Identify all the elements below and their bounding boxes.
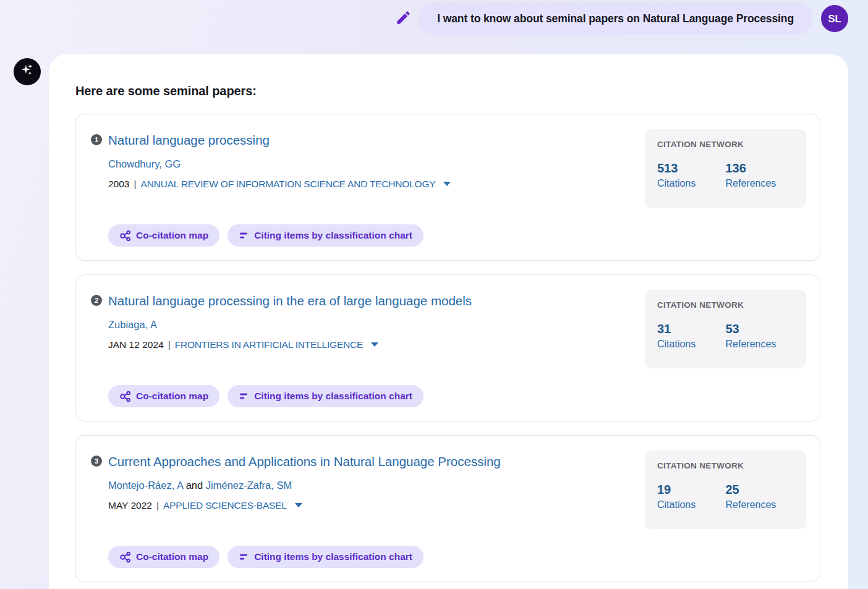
assistant-avatar <box>14 58 41 85</box>
citation-network-columns: 31 Citations 53 References <box>657 321 794 350</box>
co-citation-map-label: Co-citation map <box>136 230 208 241</box>
journal-link[interactable]: ANNUAL REVIEW OF INFORMATION SCIENCE AND… <box>141 178 436 190</box>
user-message-bubble: I want to know about seminal papers on N… <box>418 2 813 35</box>
network-nodes-icon <box>119 391 131 402</box>
paper-actions-row: Co-citation map Citing items by classifi… <box>108 546 423 568</box>
user-message-row: I want to know about seminal papers on N… <box>394 2 848 35</box>
publication-date: JAN 12 2024 <box>108 339 164 350</box>
response-heading: Here are some seminal papers: <box>75 83 820 99</box>
user-message-text: I want to know about seminal papers on N… <box>437 12 794 25</box>
chevron-down-icon[interactable] <box>295 503 302 507</box>
citation-network-panel: CITATION NETWORK 513 Citations 136 Refer… <box>645 129 806 208</box>
citing-items-chart-label: Citing items by classification chart <box>254 230 412 241</box>
author-link[interactable]: Montejo-Ráez, A <box>108 480 183 491</box>
co-citation-map-label: Co-citation map <box>136 391 208 402</box>
paper-actions-row: Co-citation map Citing items by classifi… <box>108 385 423 407</box>
user-avatar[interactable]: SL <box>821 5 848 32</box>
references-link[interactable]: References <box>726 339 777 350</box>
citing-items-chart-button[interactable]: Citing items by classification chart <box>228 385 423 407</box>
citing-items-chart-label: Citing items by classification chart <box>254 391 412 402</box>
citing-items-chart-button[interactable]: Citing items by classification chart <box>228 546 423 568</box>
meta-divider: | <box>134 178 136 190</box>
references-link[interactable]: References <box>726 178 777 189</box>
citations-column: 31 Citations <box>657 321 726 350</box>
citations-column: 513 Citations <box>657 161 726 189</box>
citation-network-title: CITATION NETWORK <box>657 461 794 470</box>
references-column: 53 References <box>726 321 794 350</box>
citations-link[interactable]: Citations <box>657 178 696 189</box>
citing-items-chart-button[interactable]: Citing items by classification chart <box>228 224 423 247</box>
chat-page: I want to know about seminal papers on N… <box>0 0 868 589</box>
author-link[interactable]: Jiménez-Zafra, SM <box>206 480 292 491</box>
edit-message-button[interactable] <box>394 9 412 28</box>
network-nodes-icon <box>119 551 131 563</box>
rank-badge: 2 <box>91 295 102 306</box>
paper-title-link[interactable]: Natural language processing in the era o… <box>108 292 472 309</box>
citation-network-title: CITATION NETWORK <box>657 300 794 310</box>
pencil-icon <box>395 9 412 28</box>
journal-link[interactable]: APPLIED SCIENCES-BASEL <box>163 499 287 511</box>
publication-date: MAY 2022 <box>108 499 152 511</box>
rank-badge: 1 <box>91 134 102 145</box>
authors-and-separator: and <box>186 480 203 491</box>
paper-actions-row: Co-citation map Citing items by classifi… <box>108 224 423 247</box>
citing-items-chart-label: Citing items by classification chart <box>254 551 412 562</box>
author-link[interactable]: Chowdhury, GG <box>108 158 181 169</box>
citations-count: 513 <box>657 161 726 176</box>
bar-chart-icon <box>239 231 249 241</box>
paper-title-link[interactable]: Current Approaches and Applications in N… <box>108 453 501 470</box>
chevron-down-icon[interactable] <box>371 342 378 347</box>
network-nodes-icon <box>119 230 131 242</box>
citation-network-columns: 513 Citations 136 References <box>657 161 794 189</box>
bar-chart-icon <box>239 552 249 562</box>
paper-title-link[interactable]: Natural language processing <box>108 132 270 148</box>
citation-network-columns: 19 Citations 25 References <box>657 482 794 511</box>
paper-card: 1 Natural language processing Chowdhury,… <box>75 114 820 261</box>
meta-divider: | <box>156 499 159 511</box>
citation-network-title: CITATION NETWORK <box>657 140 794 149</box>
meta-divider: | <box>168 339 171 350</box>
references-count: 136 <box>726 161 794 176</box>
citations-count: 31 <box>657 321 726 336</box>
citation-network-panel: CITATION NETWORK 31 Citations 53 Referen… <box>645 290 806 368</box>
citations-link[interactable]: Citations <box>657 499 696 511</box>
co-citation-map-button[interactable]: Co-citation map <box>108 546 219 568</box>
citations-link[interactable]: Citations <box>657 339 696 350</box>
references-count: 53 <box>726 321 794 336</box>
chevron-down-icon[interactable] <box>443 182 451 186</box>
paper-card: 3 Current Approaches and Applications in… <box>75 435 820 582</box>
citations-column: 19 Citations <box>657 482 726 511</box>
paper-card: 2 Natural language processing in the era… <box>75 274 820 422</box>
co-citation-map-label: Co-citation map <box>136 551 208 562</box>
bar-chart-icon <box>239 391 249 402</box>
co-citation-map-button[interactable]: Co-citation map <box>108 385 219 407</box>
publication-date: 2003 <box>108 178 129 190</box>
sparkles-icon <box>19 62 36 82</box>
journal-link[interactable]: FRONTIERS IN ARTIFICIAL INTELLIGENCE <box>175 339 364 350</box>
citations-count: 19 <box>657 482 726 497</box>
references-link[interactable]: References <box>726 499 777 511</box>
references-column: 25 References <box>726 482 794 511</box>
references-column: 136 References <box>726 161 794 189</box>
references-count: 25 <box>726 482 794 497</box>
author-link[interactable]: Zubiaga, A <box>108 319 157 330</box>
co-citation-map-button[interactable]: Co-citation map <box>108 224 219 247</box>
rank-badge: 3 <box>91 456 102 467</box>
assistant-response-card: Here are some seminal papers: 1 Natural … <box>49 54 848 589</box>
citation-network-panel: CITATION NETWORK 19 Citations 25 Referen… <box>645 451 806 529</box>
